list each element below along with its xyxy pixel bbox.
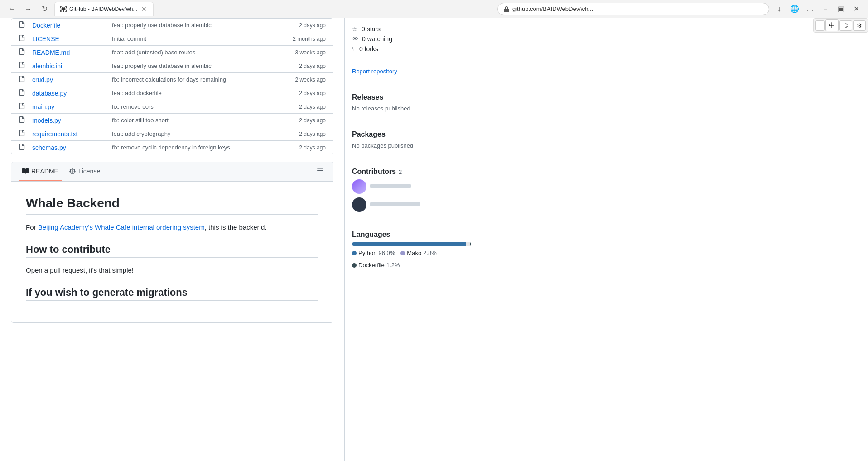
browser-toolbar-right: ↓ 🌐 … − ▣ ✕ [773,3,863,15]
forward-button[interactable]: → [22,3,34,15]
watching-stat[interactable]: 👁 0 watching [352,35,471,43]
reading-mode-btn-2[interactable]: 中 [825,19,839,31]
file-name[interactable]: models.py [32,117,105,124]
file-name[interactable]: README.md [32,49,105,56]
report-link[interactable]: Report repository [352,68,397,75]
table-row: LICENSE Initial commit 2 months ago [11,32,333,46]
dockerfile-label: Dockerfile [358,262,385,269]
sidebar-packages: Packages No packages published [352,130,471,149]
dockerfile-pct: 1.2% [386,262,400,269]
file-time: 2 days ago [280,104,326,110]
readme-h2-migrations: If you wish to generate migrations [26,287,318,301]
forks-stat[interactable]: ⑂ 0 forks [352,45,471,53]
table-row: main.py fix: remove cors 2 days ago [11,100,333,114]
tab-favicon [60,6,67,12]
sidebar-stats: ☆ 0 stars 👁 0 watching ⑂ 0 forks Report … [352,25,471,75]
file-commit: feat: add dockerfile [112,90,273,96]
minimize-button[interactable]: − [819,3,832,15]
watching-label: 0 watching [362,35,392,43]
file-commit: feat: properly use database in alembic [112,62,273,69]
reading-mode-btn-3[interactable]: ☽ [839,20,852,31]
back-button[interactable]: ← [5,3,18,15]
reading-mode-btn-1[interactable]: I [815,20,825,31]
license-icon [69,168,76,174]
tab-license-label: License [78,168,100,175]
mako-pct: 2.8% [423,250,437,256]
active-tab[interactable]: GitHub - BAIDWebDev/wh... ✕ [54,2,154,16]
file-name[interactable]: LICENSE [32,35,105,43]
python-pct: 96.0% [378,250,395,256]
contributor-1 [352,179,471,194]
file-name[interactable]: schemas.py [32,144,105,151]
forks-label: 0 forks [359,45,378,53]
sidebar-contributors: Contributors 2 [352,168,471,212]
readme-content: Whale Backend For Beijing Academy's Whal… [11,182,333,322]
readme-section: README License Whale Backend For Beijing… [11,162,333,323]
tab-readme[interactable]: README [19,162,62,181]
file-time: 2 days ago [280,63,326,69]
file-name[interactable]: database.py [32,90,105,97]
tab-readme-label: README [31,168,58,175]
tab-license[interactable]: License [66,162,104,181]
file-name[interactable]: requirements.txt [32,130,105,138]
address-text: github.com/BAIDWebDev/wh... [512,5,763,12]
eye-icon: 👁 [352,35,358,43]
file-time: 2 days ago [280,131,326,137]
language-bar-python [352,242,466,246]
file-time: 2 days ago [280,22,326,29]
file-name[interactable]: Dockerfile [32,22,105,29]
contributors-count: 2 [399,168,402,175]
page-content: Dockerfile feat: properly use database i… [0,18,868,461]
divider-2 [352,86,471,86]
file-icon [19,76,25,83]
releases-title: Releases [352,93,471,101]
readme-p-contribute: Open a pull request, it's that simple! [26,265,318,276]
download-button[interactable]: ↓ [773,3,786,15]
table-row: requirements.txt feat: add cryptography … [11,127,333,141]
tab-close-button[interactable]: ✕ [140,5,148,13]
contributor-2 [352,197,471,212]
file-icon [19,89,25,97]
file-name[interactable]: crud.py [32,76,105,83]
contributors-title: Contributors [352,168,396,176]
readme-link[interactable]: Beijing Academy's Whale Cafe internal or… [38,223,205,231]
file-time: 2 months ago [280,36,326,42]
lock-icon [503,6,510,12]
table-row: schemas.py fix: remove cyclic dependency… [11,141,333,154]
file-icon [19,48,25,56]
divider-1 [352,60,471,60]
reading-mode-btn-4[interactable]: ⚙ [853,20,866,31]
sidebar-releases: Releases No releases published [352,93,471,112]
tab-bar: GitHub - BAIDWebDev/wh... ✕ [54,2,494,16]
language-python: Python 96.0% [352,250,395,256]
contributor-avatar-1 [352,179,366,194]
toc-button[interactable] [315,165,326,178]
file-commit: fix: incorrect calculations for days rem… [112,76,273,83]
file-table: Dockerfile feat: properly use database i… [11,18,333,154]
readme-h2-contribute: How to contribute [26,244,318,258]
file-icon [19,130,25,138]
address-bar[interactable]: github.com/BAIDWebDev/wh... [497,3,769,15]
file-icon [19,21,25,29]
file-time: 3 weeks ago [280,49,326,56]
divider-4 [352,160,471,160]
file-name[interactable]: main.py [32,103,105,110]
dockerfile-dot [352,263,357,268]
python-label: Python [358,250,376,256]
close-button[interactable]: ✕ [850,3,863,15]
refresh-button[interactable]: ↻ [38,3,51,15]
table-row: database.py feat: add dockerfile 2 days … [11,86,333,100]
file-commit: fix: color still too short [112,117,273,124]
tab-title: GitHub - BAIDWebDev/wh... [69,6,138,12]
more-button[interactable]: … [804,3,816,15]
stars-stat[interactable]: ☆ 0 stars [352,25,471,33]
file-time: 2 days ago [280,117,326,124]
globe-button[interactable]: 🌐 [788,3,801,15]
python-dot [352,251,357,255]
file-name[interactable]: alembic.ini [32,62,105,70]
readme-tabs: README License [11,162,333,182]
file-commit: fix: remove cyclic dependency in foreign… [112,144,273,151]
fork-icon: ⑂ [352,45,356,53]
maximize-button[interactable]: ▣ [834,3,847,15]
reading-mode-toolbar: I 中 ☽ ⚙ [813,18,868,33]
